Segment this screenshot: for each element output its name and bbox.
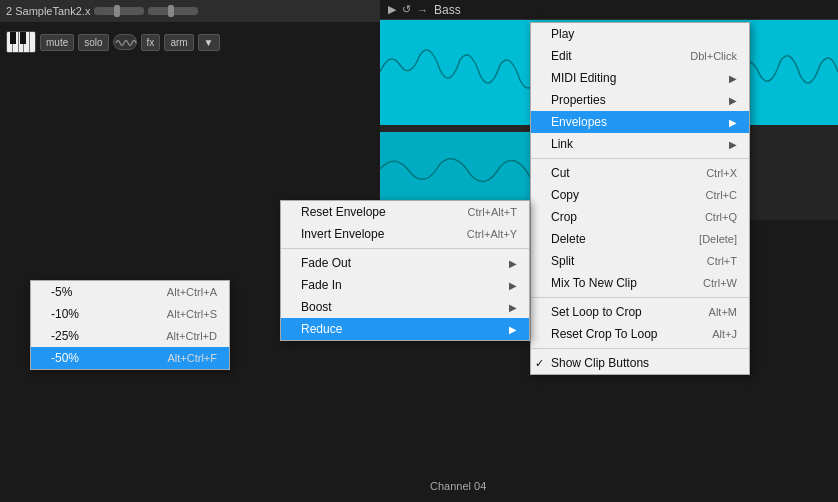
menu-item-boost[interactable]: Boost ▶ [281,296,529,318]
reduce-submenu: -5% Alt+Ctrl+A -10% Alt+Ctrl+S -25% Alt+… [30,280,230,370]
dropdown-button[interactable]: ▼ [198,34,220,51]
menu-item-crop[interactable]: Crop Ctrl+Q [531,206,749,228]
checkmark-icon: ✓ [535,357,544,370]
menu-item-show-clip-buttons[interactable]: ✓ Show Clip Buttons [531,352,749,374]
menu-item-reduce-5[interactable]: -5% Alt+Ctrl+A [31,281,229,303]
channel-label: Channel 04 [430,480,486,492]
menu-item-fade-in[interactable]: Fade In ▶ [281,274,529,296]
wave-icon [113,34,137,50]
menu-divider-2 [531,297,749,298]
menu-item-split[interactable]: Split Ctrl+T [531,250,749,272]
menu-item-link[interactable]: Link ▶ [531,133,749,155]
window-title: 2 SampleTank2.x [6,5,90,17]
menu-item-envelopes[interactable]: Envelopes ▶ [531,111,749,133]
top-bar: 2 SampleTank2.x [0,0,380,22]
menu-divider-3 [531,348,749,349]
menu-item-delete[interactable]: Delete [Delete] [531,228,749,250]
mute-button[interactable]: mute [40,34,74,51]
pan-slider[interactable] [148,7,198,15]
menu-item-invert-envelope[interactable]: Invert Envelope Ctrl+Alt+Y [281,223,529,245]
timeline-icon-arrow: → [417,4,428,16]
piano-icon [6,31,36,53]
fx-button[interactable]: fx [141,34,161,51]
menu-item-reset-envelope[interactable]: Reset Envelope Ctrl+Alt+T [281,201,529,223]
menu-item-midi-editing[interactable]: MIDI Editing ▶ [531,67,749,89]
menu-item-reduce-10[interactable]: -10% Alt+Ctrl+S [31,303,229,325]
menu-item-reset-crop[interactable]: Reset Crop To Loop Alt+J [531,323,749,345]
main-context-menu: Play Edit Dbl+Click MIDI Editing ▶ Prope… [530,22,750,375]
bass-label: Bass [434,3,461,17]
menu-item-reduce-50[interactable]: -50% Alt+Ctrl+F [31,347,229,369]
menu-item-cut[interactable]: Cut Ctrl+X [531,162,749,184]
arm-button[interactable]: arm [164,34,193,51]
menu-item-play[interactable]: Play [531,23,749,45]
menu-item-reduce[interactable]: Reduce ▶ [281,318,529,340]
timeline-icon-loop: ↺ [402,3,411,16]
solo-button[interactable]: solo [78,34,108,51]
track-header: mute solo fx arm ▼ [0,22,380,62]
timeline-header: ▶ ↺ → Bass [380,0,838,20]
volume-slider[interactable] [94,7,144,15]
menu-item-reduce-25[interactable]: -25% Alt+Ctrl+D [31,325,229,347]
env-divider [281,248,529,249]
menu-item-edit[interactable]: Edit Dbl+Click [531,45,749,67]
envelopes-submenu: Reset Envelope Ctrl+Alt+T Invert Envelop… [280,200,530,341]
menu-item-copy[interactable]: Copy Ctrl+C [531,184,749,206]
menu-item-properties[interactable]: Properties ▶ [531,89,749,111]
menu-divider-1 [531,158,749,159]
menu-item-set-loop[interactable]: Set Loop to Crop Alt+M [531,301,749,323]
menu-item-mix-to-new[interactable]: Mix To New Clip Ctrl+W [531,272,749,294]
menu-item-fade-out[interactable]: Fade Out ▶ [281,252,529,274]
timeline-icon-play: ▶ [388,3,396,16]
